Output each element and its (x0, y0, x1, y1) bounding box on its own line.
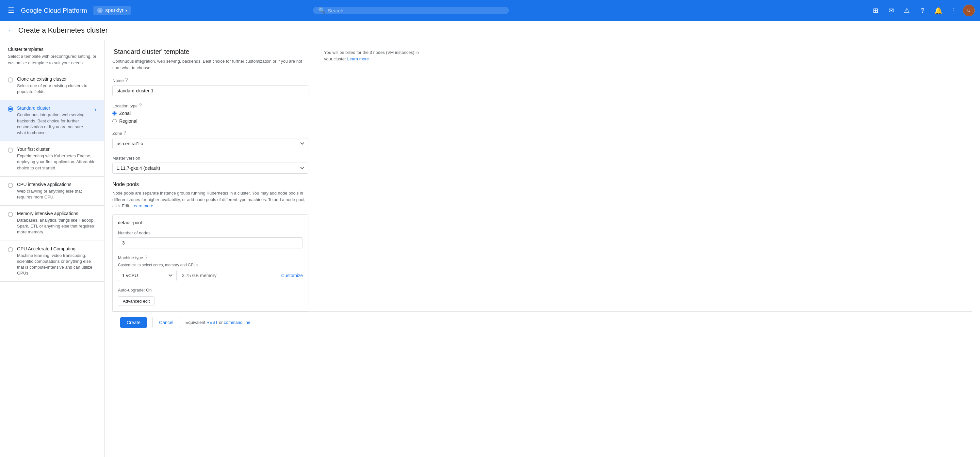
sidebar-radio-memory (8, 212, 13, 217)
sidebar-item-first-desc: Experimenting with Kubernetes Engine, de… (17, 153, 96, 171)
sidebar: Cluster templates Select a template with… (0, 40, 105, 457)
hamburger-menu-icon[interactable]: ☰ (5, 3, 17, 17)
billing-side: You will be billed for the 3 nodes (VM i… (324, 48, 422, 311)
radio-zonal[interactable]: Zonal (112, 111, 309, 116)
location-type-label: Location type (112, 103, 137, 108)
billing-learn-more[interactable]: Learn more (347, 57, 369, 61)
sidebar-item-first-title: Your first cluster (17, 146, 96, 152)
search-input[interactable] (328, 8, 504, 13)
master-version-select[interactable]: 1.11.7-gke.4 (default) 1.11.6-gke.2 1.10… (112, 163, 309, 174)
sidebar-item-memory-desc: Databases, analytics, things like Hadoop… (17, 217, 96, 235)
sidebar-item-memory-title: Memory intensive applications (17, 211, 96, 216)
name-label: Name (112, 78, 124, 83)
machine-type-desc: Customize to select cores, memory and GP… (118, 263, 303, 267)
search-bar: 🔍 (313, 7, 509, 14)
sidebar-item-standard-title: Standard cluster (17, 105, 91, 111)
cmdline-link[interactable]: command line (224, 320, 250, 325)
more-icon[interactable]: ⋮ (947, 4, 960, 17)
sidebar-radio-standard (8, 106, 13, 112)
advanced-edit-button[interactable]: Advanced edit (118, 297, 154, 306)
gcp-icon: ☁ (97, 7, 103, 14)
mail-icon[interactable]: ✉ (885, 4, 898, 17)
sidebar-item-gpu-title: GPU Accelerated Computing (17, 246, 96, 251)
topnav-actions: ⊞ ✉ ⚠ ? 🔔 ⋮ U (869, 4, 975, 17)
page-title: Create a Kubernetes cluster (18, 26, 108, 35)
search-icon: 🔍 (318, 7, 325, 14)
name-input[interactable] (112, 85, 309, 96)
location-type-field: Location type ? Zonal Regional (112, 103, 309, 124)
name-field: Name ? (112, 77, 309, 96)
auto-upgrade-text: Auto-upgrade: On (118, 287, 303, 292)
num-nodes-field: Number of nodes (118, 230, 303, 248)
location-help-icon[interactable]: ? (139, 103, 142, 109)
sidebar-item-first[interactable]: Your first cluster Experimenting with Ku… (0, 141, 104, 176)
top-navigation: ☰ Google Cloud Platform ☁ sparklyr ▾ 🔍 ⊞… (0, 0, 980, 21)
sidebar-item-clone[interactable]: Clone an existing cluster Select one of … (0, 71, 104, 100)
sidebar-item-standard-desc: Continuous integration, web serving, bac… (17, 112, 91, 136)
project-selector[interactable]: ☁ sparklyr ▾ (94, 6, 130, 15)
radio-zonal-label: Zonal (119, 111, 130, 116)
sidebar-item-memory[interactable]: Memory intensive applications Databases,… (0, 206, 104, 241)
sidebar-item-standard[interactable]: Standard cluster Continuous integration,… (0, 100, 104, 141)
sidebar-section-title: Cluster templates (0, 40, 104, 53)
apps-icon[interactable]: ⊞ (869, 4, 882, 17)
radio-zonal-input[interactable] (112, 111, 117, 116)
machine-type-help-icon[interactable]: ? (145, 255, 147, 261)
machine-type-field: Machine type ? Customize to select cores… (118, 255, 303, 281)
pool-name: default-pool (118, 220, 303, 225)
template-desc: Continuous integration, web serving, bac… (112, 58, 309, 71)
sidebar-item-clone-title: Clone an existing cluster (17, 76, 96, 82)
zone-help-icon[interactable]: ? (124, 130, 126, 136)
sidebar-item-clone-desc: Select one of your existing clusters to … (17, 83, 96, 95)
pool-card: default-pool Number of nodes (112, 214, 309, 311)
sidebar-section-desc: Select a template with preconfigured set… (0, 53, 104, 71)
memory-text: 3.75 GB memory (182, 273, 276, 278)
node-pools-section: Node pools Node pools are separate insta… (112, 181, 309, 311)
project-dropdown-icon[interactable]: ▾ (126, 8, 127, 13)
sidebar-item-gpu[interactable]: GPU Accelerated Computing Machine learni… (0, 241, 104, 282)
back-button[interactable]: ← (8, 27, 14, 34)
node-pools-desc: Node pools are separate instance groups … (112, 190, 309, 209)
zone-select[interactable]: us-central1-a us-central1-b us-central1-… (112, 138, 309, 149)
sidebar-radio-first (8, 148, 13, 153)
project-name: sparklyr (105, 8, 124, 13)
master-version-field: Master version 1.11.7-gke.4 (default) 1.… (112, 156, 309, 174)
create-button[interactable]: Create (120, 317, 147, 328)
num-nodes-input[interactable] (118, 237, 303, 248)
radio-regional[interactable]: Regional (112, 119, 309, 124)
node-pools-title: Node pools (112, 181, 309, 187)
notifications-icon[interactable]: 🔔 (932, 4, 945, 17)
location-type-radio-group: Zonal Regional (112, 111, 309, 124)
bottom-bar: Create Cancel Equivalent REST or command… (112, 311, 972, 333)
name-help-icon[interactable]: ? (125, 77, 128, 83)
master-version-label: Master version (112, 156, 140, 160)
machine-type-select-wrap: 1 vCPU 2 vCPU 4 vCPU 8 vCPU (118, 270, 177, 281)
help-icon[interactable]: ? (916, 4, 929, 17)
machine-type-label: Machine type (118, 255, 143, 260)
sidebar-radio-clone (8, 77, 13, 83)
main-content: 'Standard cluster' template Continuous i… (105, 40, 980, 457)
rest-link[interactable]: REST (207, 320, 218, 325)
sidebar-item-cpu-desc: Web crawling or anything else that requi… (17, 188, 96, 200)
page-header: ← Create a Kubernetes cluster (0, 21, 980, 40)
zone-field: Zone ? us-central1-a us-central1-b us-ce… (112, 130, 309, 149)
radio-regional-input[interactable] (112, 119, 117, 124)
customize-link[interactable]: Customize (281, 273, 303, 278)
num-nodes-label: Number of nodes (118, 230, 151, 235)
template-title: 'Standard cluster' template (112, 48, 309, 56)
app-name: Google Cloud Platform (21, 7, 87, 14)
sidebar-item-cpu[interactable]: CPU intensive applications Web crawling … (0, 176, 104, 206)
svg-text:☁: ☁ (99, 9, 101, 12)
sidebar-radio-gpu (8, 247, 13, 252)
sidebar-item-standard-arrow: › (94, 106, 96, 113)
sidebar-item-gpu-desc: Machine learning, video transcoding, sci… (17, 253, 96, 276)
cancel-button[interactable]: Cancel (152, 317, 180, 328)
machine-type-select[interactable]: 1 vCPU 2 vCPU 4 vCPU 8 vCPU (118, 270, 177, 281)
billing-note: You will be billed for the 3 nodes (VM i… (324, 49, 422, 62)
sidebar-item-cpu-title: CPU intensive applications (17, 182, 96, 187)
alert-icon[interactable]: ⚠ (900, 4, 913, 17)
machine-type-row: 1 vCPU 2 vCPU 4 vCPU 8 vCPU 3.75 GB memo… (118, 270, 303, 281)
sidebar-radio-cpu (8, 183, 13, 188)
avatar[interactable]: U (963, 5, 975, 16)
node-pools-learn-more[interactable]: Learn more (132, 203, 153, 208)
